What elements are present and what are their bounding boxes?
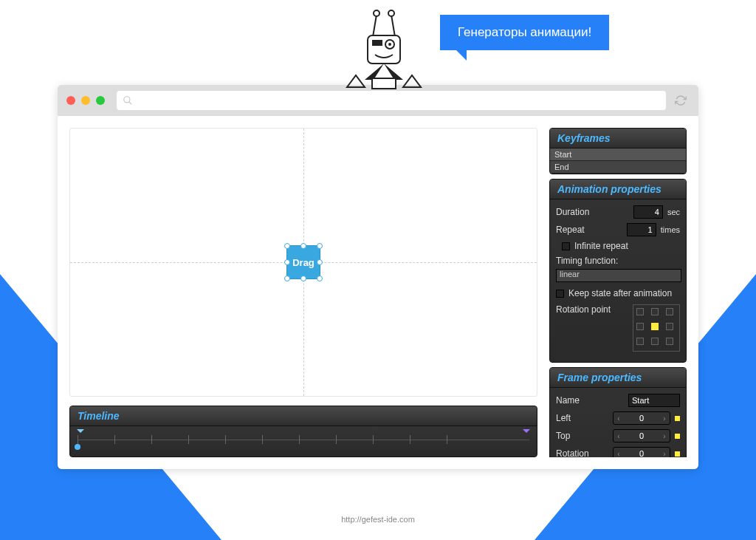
browser-window: Drag Timeline (58, 85, 698, 469)
repeat-unit: times (661, 225, 680, 234)
app-body: Drag Timeline (58, 116, 698, 469)
refresh-icon[interactable] (675, 95, 687, 106)
resize-handle-tl[interactable] (284, 243, 290, 249)
animation-properties-header: Animation properties (550, 180, 686, 199)
rotation-point-label: Rotation point (556, 304, 628, 315)
left-keyframe-indicator[interactable] (675, 416, 680, 421)
duration-label: Duration (556, 207, 629, 217)
frame-name-input[interactable] (628, 394, 680, 407)
footer-url[interactable]: http://gefest-ide.com (0, 515, 756, 524)
rotation-point-center[interactable] (651, 323, 659, 330)
window-maximize-button[interactable] (96, 96, 105, 105)
top-inc[interactable]: › (659, 430, 670, 442)
svg-point-9 (124, 97, 130, 103)
rotation-point-mr[interactable] (666, 323, 673, 330)
search-icon (123, 95, 133, 106)
repeat-input[interactable] (627, 223, 656, 236)
resize-handle-tm[interactable] (300, 243, 306, 249)
frame-properties-header: Frame properties (550, 368, 686, 388)
keep-state-checkbox[interactable] (556, 290, 564, 298)
top-keyframe-indicator[interactable] (675, 434, 680, 439)
rotation-keyframe-indicator[interactable] (675, 451, 680, 457)
resize-handle-lm[interactable] (284, 259, 290, 265)
resize-handle-bl[interactable] (284, 276, 290, 281)
rotation-point-grid (633, 304, 680, 352)
rotation-point-bl[interactable] (636, 338, 644, 345)
keyframe-item-end[interactable]: End (550, 161, 686, 174)
rotation-point-tr[interactable] (666, 308, 673, 315)
svg-line-10 (129, 102, 132, 105)
animation-canvas[interactable]: Drag (69, 128, 537, 397)
duration-unit: sec (667, 208, 680, 216)
left-stepper[interactable]: ‹› (613, 411, 670, 425)
timeline-playhead[interactable] (75, 444, 80, 450)
window-close-button[interactable] (66, 96, 75, 105)
timeline-header: Timeline (70, 406, 537, 426)
properties-sidebar: Keyframes Start End Animation properties… (549, 128, 687, 457)
left-input[interactable] (624, 414, 659, 423)
infinite-repeat-label: Infinite repeat (574, 241, 628, 251)
rotation-point-br[interactable] (666, 338, 673, 345)
rotation-input[interactable] (624, 449, 659, 457)
timing-function-label: Timing function: (556, 256, 680, 266)
timeline-track[interactable] (70, 426, 537, 456)
keyframes-panel: Keyframes Start End (549, 128, 687, 174)
rotation-dec[interactable]: ‹ (614, 448, 624, 457)
rotation-point-ml[interactable] (636, 323, 644, 330)
rotation-point-bm[interactable] (651, 338, 659, 345)
repeat-label: Repeat (556, 225, 622, 235)
speech-bubble: Генераторы анимации! (440, 15, 609, 50)
rotation-stepper[interactable]: ‹› (613, 447, 670, 457)
top-input[interactable] (624, 431, 659, 440)
keyframe-item-start[interactable]: Start (550, 148, 686, 161)
svg-rect-8 (372, 78, 396, 89)
left-label: Left (556, 413, 608, 423)
timeline-marker-end[interactable] (523, 429, 530, 437)
timing-function-select[interactable]: linear (556, 269, 681, 282)
svg-rect-4 (368, 35, 400, 64)
keep-state-label: Keep state after animation (568, 288, 672, 298)
resize-handle-rm[interactable] (317, 259, 323, 265)
resize-handle-br[interactable] (317, 276, 323, 281)
svg-point-7 (388, 43, 391, 46)
animation-properties-panel: Animation properties Duration sec Repeat… (549, 179, 687, 363)
infinite-repeat-checkbox[interactable] (562, 242, 570, 250)
svg-rect-5 (372, 40, 382, 46)
svg-line-1 (391, 15, 395, 37)
keyframes-header: Keyframes (550, 129, 686, 148)
duration-input[interactable] (633, 205, 663, 219)
left-inc[interactable]: › (659, 412, 670, 424)
left-dec[interactable]: ‹ (614, 412, 624, 424)
top-stepper[interactable]: ‹› (613, 429, 670, 442)
svg-point-3 (388, 10, 394, 16)
svg-line-0 (373, 15, 377, 37)
rotation-point-tm[interactable] (651, 308, 659, 315)
frame-name-label: Name (556, 395, 624, 406)
svg-point-2 (374, 10, 379, 16)
top-dec[interactable]: ‹ (614, 430, 624, 442)
top-label: Top (556, 431, 608, 441)
drag-label: Drag (292, 257, 315, 268)
rotation-inc[interactable]: › (659, 448, 670, 457)
resize-handle-bm[interactable] (300, 276, 306, 281)
frame-properties-panel: Frame properties Name Left ‹› Top ‹› (549, 367, 687, 457)
timeline-panel: Timeline (69, 406, 537, 457)
window-minimize-button[interactable] (81, 96, 90, 105)
rotation-label: Rotation (556, 448, 608, 457)
rotation-point-tl[interactable] (636, 308, 644, 315)
drag-element[interactable]: Drag (286, 245, 320, 279)
resize-handle-tr[interactable] (317, 243, 323, 249)
robot-mascot (332, 7, 436, 96)
